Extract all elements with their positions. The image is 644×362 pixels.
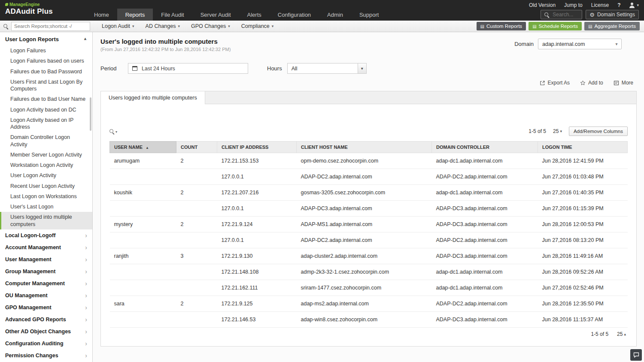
toolbar-action-button[interactable]: Aggregate Reports xyxy=(584,22,640,30)
sidebar-report-item[interactable]: User Logon Activity xyxy=(0,170,92,181)
page-size-select[interactable]: 25 ▾ xyxy=(553,128,562,134)
table-row[interactable]: ranjith 3 172.21.9.130 adap-cluster2.ada… xyxy=(110,248,628,264)
sidebar-group-item[interactable]: GPO Management xyxy=(0,302,92,314)
column-header[interactable]: USER NAME xyxy=(110,142,176,153)
sidebar-scrollbar[interactable] xyxy=(90,97,91,131)
add-remove-columns-button[interactable]: Add/Remove Columns xyxy=(569,127,628,136)
column-header[interactable]: LOGON TIME xyxy=(538,142,628,153)
toolbar-menu-item[interactable]: Logon Audit xyxy=(96,21,140,32)
cell-domain-controller: ADAP-DC3.adap.internal.com xyxy=(432,201,538,217)
domain-select[interactable]: adap.internal.com ▾ xyxy=(538,39,622,49)
add-to-button[interactable]: Add to xyxy=(580,80,603,86)
main-nav-item[interactable]: File Audit xyxy=(153,9,192,21)
top-link[interactable]: License xyxy=(591,2,609,8)
sidebar-report-item[interactable]: Users First and Last Logon By Computers xyxy=(0,77,92,94)
table-row[interactable]: mystery 2 172.21.9.124 ADAP-MS1.adap.int… xyxy=(110,217,628,232)
cell-logon-time: Jun 28,2016 12:00:53 PM xyxy=(538,217,628,232)
sidebar-report-items: Logon FailuresLogon Failures based on us… xyxy=(0,45,92,229)
sidebar-group-item[interactable]: Permission Changes xyxy=(0,350,92,362)
sidebar-report-item[interactable]: Last Logon on Workstations xyxy=(0,191,92,202)
sidebar-report-item[interactable]: Logon Failures based on users xyxy=(0,56,92,66)
main-nav-item[interactable]: Support xyxy=(351,9,387,21)
table-row[interactable]: 127.0.0.1 ADAP-DC2.adap.internal.com ADA… xyxy=(110,232,628,248)
sidebar-report-item[interactable]: Logon Failures xyxy=(0,45,92,56)
top-link[interactable]: Jump to xyxy=(564,2,583,8)
main-nav-item[interactable]: Alerts xyxy=(239,9,270,21)
export-as-button[interactable]: Export As xyxy=(540,80,570,86)
sidebar-report-item[interactable]: Failures due to Bad User Name xyxy=(0,94,92,104)
table-row[interactable]: koushik 2 172.21.207.216 gosmas-3205.cse… xyxy=(110,185,628,201)
toolbar-menu-item[interactable]: AD Changes xyxy=(140,21,185,32)
column-header[interactable]: CLIENT IP ADDRESS xyxy=(217,142,297,153)
table-row[interactable]: 172.21.146.53 adap-win8.csez.zohocorpin.… xyxy=(110,312,628,328)
cell-count: 2 xyxy=(176,217,217,232)
hours-select[interactable]: All ▾ xyxy=(287,63,367,74)
sidebar-group-item[interactable]: Advanced GPO Reports xyxy=(0,314,92,326)
sidebar-report-item[interactable]: User's Last Logon xyxy=(0,202,92,212)
toolbar-action-button[interactable]: Schedule Reports xyxy=(529,22,582,30)
sidebar-report-item[interactable]: Domain Controller Logon Activity xyxy=(0,132,92,150)
report-tab[interactable]: Users logged into multiple computers xyxy=(101,91,205,104)
cell-client-ip: 172.21.9.125 xyxy=(217,296,297,312)
main-nav-item[interactable]: Server Audit xyxy=(192,9,239,21)
cell-user-name: koushik xyxy=(110,185,176,201)
sort-asc-icon xyxy=(143,145,149,150)
sidebar-group-item[interactable]: Group Management xyxy=(0,265,92,278)
cell-client-ip: 172.21.9.130 xyxy=(217,248,297,264)
toolbar-action-button[interactable]: Custom Reports xyxy=(477,22,526,30)
column-header-label: LOGON TIME xyxy=(542,145,572,150)
column-header[interactable]: COUNT xyxy=(176,142,217,153)
main-nav-item[interactable]: Reports xyxy=(117,9,153,21)
feedback-chat-button[interactable] xyxy=(630,349,642,361)
sidebar-section-user-logon-reports[interactable]: User Logon Reports ▾ xyxy=(0,32,92,45)
help-icon[interactable]: ? xyxy=(617,2,620,8)
period-input[interactable]: Last 24 Hours xyxy=(128,63,248,74)
filter-row: Period Last 24 Hours Hours All ▾ xyxy=(100,63,637,74)
domain-settings-button[interactable]: ⚙ Domain Settings xyxy=(586,10,639,19)
sidebar-report-item[interactable]: Logon Activity based on IP Address xyxy=(0,115,92,133)
table-search-button[interactable]: ▾ xyxy=(109,129,117,134)
cell-logon-time: Jun 28,2016 11:49:16 AM xyxy=(538,248,628,264)
sidebar-report-item[interactable]: Recent User Logon Activity xyxy=(0,181,92,191)
sidebar-group-item[interactable]: Configuration Auditing xyxy=(0,338,92,350)
sidebar-group-item[interactable]: OU Management xyxy=(0,290,92,302)
column-header[interactable]: DOMAIN CONTROLLER xyxy=(432,142,538,153)
page-size-select-bottom[interactable]: 25 ▴ xyxy=(617,331,626,337)
table-row[interactable]: arumugam 2 172.21.153.153 opm-demo.csez.… xyxy=(110,153,628,169)
user-menu[interactable]: ▾ xyxy=(629,3,639,8)
table-row[interactable]: 127.0.0.1 ADAP-DC2.adap.internal.com ADA… xyxy=(110,169,628,185)
toolbar-menu-item[interactable]: Compliance xyxy=(236,21,279,32)
main-nav-item[interactable]: Home xyxy=(86,9,117,21)
main-nav-item[interactable]: Admin xyxy=(319,9,351,21)
sidebar-report-item[interactable]: Logon Activity based on DC xyxy=(0,105,92,115)
sidebar-report-item[interactable]: Failures due to Bad Password xyxy=(0,66,92,77)
cell-client-ip: 172.21.146.53 xyxy=(217,312,297,328)
column-header[interactable]: CLIENT HOST NAME xyxy=(297,142,432,153)
search-icon xyxy=(109,129,114,134)
top-bar: ManageEngine ADAudit Plus HomeReportsFil… xyxy=(0,0,644,21)
search-icon xyxy=(3,24,8,29)
report-search-input[interactable] xyxy=(11,22,90,31)
toolbar-menu-item[interactable]: GPO Changes xyxy=(185,21,236,32)
header-search-box[interactable] xyxy=(541,10,582,19)
sidebar-group-items: Local Logon-Logoff Account Management Us… xyxy=(0,229,92,362)
cell-domain-controller: ADAP-DC3.adap.internal.com xyxy=(432,312,538,328)
table-row[interactable]: 172.21.162.111 sriram-1477.csez.zohocorp… xyxy=(110,280,628,296)
sidebar-group-item[interactable]: Account Management xyxy=(0,241,92,253)
table-row[interactable]: sara 2 172.21.9.125 adap-ms2.adap.intern… xyxy=(110,296,628,312)
main-nav-item[interactable]: Configuration xyxy=(270,9,319,21)
sidebar-report-item[interactable]: Workstation Logon Activity xyxy=(0,160,92,170)
report-search-icon[interactable] xyxy=(0,21,11,32)
table-row[interactable]: 127.0.0.1 ADAP-DC3.adap.internal.com ADA… xyxy=(110,201,628,217)
sidebar-report-item[interactable]: Member Server Logon Activity xyxy=(0,150,92,160)
sidebar-group-item[interactable]: Local Logon-Logoff xyxy=(0,229,92,241)
sidebar-report-item[interactable]: Users logged into multiple computers xyxy=(0,212,92,229)
more-button[interactable]: More xyxy=(614,80,633,86)
cell-client-host: opm-demo.csez.zohocorpin.com xyxy=(297,153,432,169)
header-search-input[interactable] xyxy=(552,11,578,18)
sidebar-group-item[interactable]: User Management xyxy=(0,253,92,265)
sidebar-group-item[interactable]: Other AD Object Changes xyxy=(0,326,92,338)
top-link[interactable]: Old Version xyxy=(529,2,556,8)
table-row[interactable]: 172.21.148.108 admp-2k3-32-1.csez.zohoco… xyxy=(110,264,628,280)
sidebar-group-item[interactable]: Computer Management xyxy=(0,278,92,290)
